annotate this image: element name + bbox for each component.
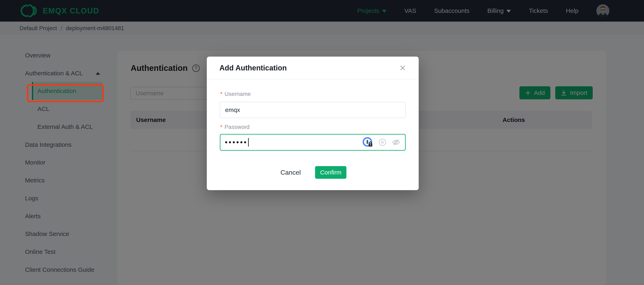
username-label: * Username xyxy=(220,91,251,97)
dialog-header: Add Authentication ✕ xyxy=(207,56,419,80)
password-masked-value: •••••• xyxy=(225,139,248,146)
text-caret xyxy=(248,138,249,146)
click-target-annotation xyxy=(27,84,104,102)
required-marker: * xyxy=(220,91,222,97)
password-manager-icon[interactable] xyxy=(362,137,373,148)
close-icon[interactable]: ✕ xyxy=(399,64,406,72)
required-marker: * xyxy=(220,124,222,130)
confirm-button[interactable]: Confirm xyxy=(315,166,346,179)
cancel-button[interactable]: Cancel xyxy=(280,166,301,179)
add-authentication-dialog: Add Authentication ✕ * Username * Passwo… xyxy=(207,56,419,190)
password-label: * Password xyxy=(220,124,250,130)
dialog-title: Add Authentication xyxy=(220,64,287,72)
password-field[interactable]: •••••• xyxy=(220,134,406,151)
password-field-icons xyxy=(362,137,400,148)
username-field[interactable] xyxy=(220,102,406,118)
emqx-cloud-console: EMQX CLOUD Projects VAS Subaccounts Bill… xyxy=(0,0,644,285)
eye-off-icon[interactable] xyxy=(392,138,400,146)
clear-icon[interactable] xyxy=(378,138,386,146)
